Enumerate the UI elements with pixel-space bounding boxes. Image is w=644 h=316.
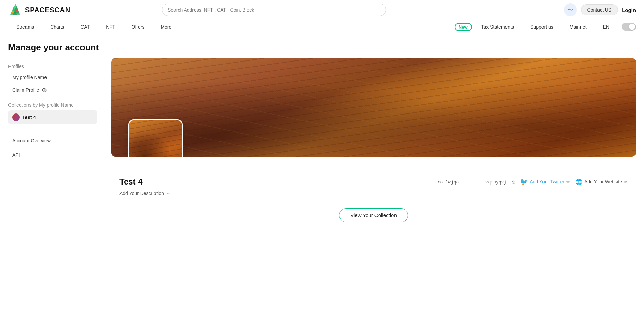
nav-nft[interactable]: NFT [98,20,123,34]
waves-button[interactable]: 〜 [564,3,577,16]
theme-toggle[interactable] [622,23,636,31]
toggle-knob [629,24,635,30]
collection-info: Test 4 col1wjqa ........ vqmuyqvj ⎘ 🐦 Ad… [111,157,636,228]
banner-background [111,58,636,157]
edit-twitter-icon[interactable]: ✏ [566,179,570,185]
collection-address: col1wjqa ........ vqmuyqvj [438,179,507,185]
nav-offers[interactable]: Offers [124,20,153,34]
twitter-icon: 🐦 [520,178,528,186]
nav-more[interactable]: More [152,20,180,34]
copy-icon[interactable]: ⎘ [512,179,515,185]
collection-address-row: col1wjqa ........ vqmuyqvj ⎘ 🐦 Add Your … [438,178,628,186]
header: SPACESCAN 〜 Contact US Login [0,0,644,20]
website-label: Add Your Website [584,179,622,185]
nav-charts[interactable]: Charts [42,20,72,34]
sidebar-item-api[interactable]: API [8,149,97,161]
nav-tax[interactable]: Tax Statements [473,20,522,34]
collection-content: Test 4 col1wjqa ........ vqmuyqvj ⎘ 🐦 Ad… [103,58,644,236]
logo-icon [8,3,22,17]
view-collection-button[interactable]: View Your Collection [339,208,408,222]
sidebar-item-test4[interactable]: Test 4 [8,110,97,124]
sidebar-item-my-profile-label: My profile Name [12,75,47,80]
logo[interactable]: SPACESCAN [8,3,70,17]
sidebar-item-claim-profile[interactable]: Claim Profile ⊕ [8,83,97,97]
contact-button[interactable]: Contact US [581,4,618,15]
login-button[interactable]: Login [622,7,636,13]
edit-description-icon[interactable]: ✏ [167,191,170,196]
collection-banner[interactable] [111,58,636,157]
new-badge: New [455,23,472,31]
edit-website-icon[interactable]: ✏ [624,179,628,185]
search-input[interactable] [162,4,386,16]
header-right: 〜 Contact US Login [564,3,636,16]
sidebar-item-claim-label: Claim Profile [12,87,39,93]
sidebar-item-account-overview[interactable]: Account Overview [8,135,97,146]
collection-thumb-image [129,120,182,157]
nav-cat[interactable]: CAT [72,20,98,34]
sidebar-item-my-profile[interactable]: My profile Name [8,72,97,83]
svg-point-3 [12,11,14,13]
collection-name: Test 4 [119,177,143,187]
logo-text: SPACESCAN [25,6,70,14]
description-label: Add Your Description [119,191,164,196]
account-overview-label: Account Overview [12,138,51,143]
nav-support[interactable]: Support us [522,20,562,34]
name-address-row: Test 4 col1wjqa ........ vqmuyqvj ⎘ 🐦 Ad… [119,177,628,187]
globe-icon: 🌐 [575,179,582,185]
page-title: Manage your account [0,34,644,58]
twitter-label: Add Your Twitter [530,179,564,185]
svg-point-4 [16,10,17,11]
add-circle-icon: ⊕ [42,86,47,94]
nav-mainnet[interactable]: Mainnet [562,20,595,34]
api-label: API [12,152,20,158]
search-bar [162,4,386,16]
sidebar-item-test4-label: Test 4 [22,115,36,120]
nav-streams[interactable]: Streams [8,20,42,34]
main-layout: Profiles My profile Name Claim Profile ⊕… [0,58,644,236]
sidebar: Profiles My profile Name Claim Profile ⊕… [8,58,103,236]
main-nav: Streams Charts CAT NFT Offers More New T… [0,20,644,34]
sidebar-account-label [8,124,97,135]
sidebar-collections-label: Collections by My profile Name [8,97,97,110]
twitter-link[interactable]: 🐦 Add Your Twitter ✏ [520,178,570,186]
website-link[interactable]: 🌐 Add Your Website ✏ [575,179,628,185]
description-row: Add Your Description ✏ [119,191,628,196]
nav-lang[interactable]: EN [595,20,618,34]
collection-avatar-icon [12,113,20,121]
sidebar-profiles-label: Profiles [8,58,97,72]
collection-thumbnail[interactable] [128,119,183,157]
